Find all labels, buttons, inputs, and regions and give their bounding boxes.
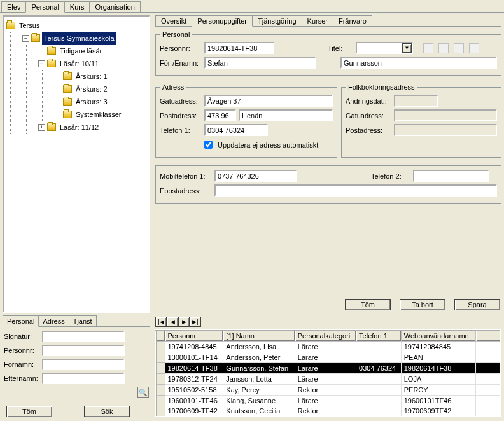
tree-expand-icon[interactable]: + xyxy=(38,124,45,131)
table-row[interactable]: 10000101-TF14Andersson, PeterLärarePEAN xyxy=(156,352,501,362)
checkbox-noautoupdate[interactable] xyxy=(204,141,213,149)
folder-icon xyxy=(47,47,56,55)
input-postort[interactable] xyxy=(239,109,333,121)
input-personnr[interactable] xyxy=(42,345,125,356)
search-panel: Signatur: Personnr: Förnamn: Efternamn: … xyxy=(3,327,150,402)
tab-personal[interactable]: Personal xyxy=(25,1,64,13)
delete-button[interactable]: Ta bort xyxy=(400,299,445,310)
table-row[interactable]: 19700609-TF42Knutsson, CeciliaRektor1970… xyxy=(156,406,501,417)
tool-icon-3[interactable] xyxy=(454,43,464,53)
personal-group: Personal Personnr: Titel: ▼ För-/Enamn: xyxy=(155,31,501,76)
tree-collapse-icon[interactable]: − xyxy=(22,35,29,42)
nav-first-icon[interactable]: |◀ xyxy=(155,317,167,327)
personal-grid[interactable]: Personnr [1] Namn Personalkategori Telef… xyxy=(155,329,501,418)
folder-icon xyxy=(63,72,72,80)
org-tree[interactable]: Tersus − Tersus Gymnasieskola Tidigare l… xyxy=(3,15,150,313)
input-fbk-gatu xyxy=(394,109,497,121)
folder-icon xyxy=(47,60,56,67)
tool-icon-4[interactable] xyxy=(469,43,479,53)
tab-kurs[interactable]: Kurs xyxy=(64,1,90,12)
left-sub-tabs: Personal Adress Tjänst xyxy=(3,315,150,327)
grid-header-tel1[interactable]: Telefon 1 xyxy=(356,330,402,342)
table-row[interactable]: 19820614-TF38Gunnarsson, StefanLärare030… xyxy=(156,362,501,373)
search-icon[interactable]: 🔍 xyxy=(137,387,149,398)
table-row[interactable]: 19741208-4845Andersson, LisaLärare197412… xyxy=(156,341,501,352)
tab-tjanstgoring[interactable]: Tjänstgöring xyxy=(252,15,302,26)
label-forenamn: För-/Enamn: xyxy=(160,59,202,67)
search-button[interactable]: Sök xyxy=(84,406,130,417)
tab-organisation[interactable]: Organisation xyxy=(89,1,140,12)
tab-franvaro[interactable]: Frånvaro xyxy=(333,15,372,26)
input-tel2[interactable] xyxy=(413,170,489,182)
input-postnr[interactable] xyxy=(204,109,236,121)
subtab-personal[interactable]: Personal xyxy=(3,315,39,327)
input-efternamn-d[interactable] xyxy=(340,57,497,69)
input-tel1[interactable] xyxy=(204,124,268,136)
input-signatur[interactable] xyxy=(42,331,125,342)
detail-clear-button[interactable]: Töm xyxy=(345,299,391,310)
tab-elev[interactable]: Elev xyxy=(1,1,26,12)
tree-node-ak1[interactable]: Årskurs: 1 xyxy=(74,70,109,83)
input-fornamn-d[interactable] xyxy=(204,57,316,69)
folder-icon xyxy=(31,34,40,42)
nav-next-icon[interactable]: ▶ xyxy=(178,317,190,327)
label-andr: Ändringsdat.: xyxy=(346,97,391,105)
input-gatu[interactable] xyxy=(204,95,333,107)
label-signatur: Signatur: xyxy=(4,333,42,340)
main-tabs: Elev Personal Kurs Organisation xyxy=(0,0,504,13)
input-epost[interactable] xyxy=(214,184,497,197)
tree-node-lasar1011[interactable]: Läsår: 10/11 xyxy=(58,57,101,70)
tree-node-sys[interactable]: Systemklasser xyxy=(74,108,123,121)
tab-kurser[interactable]: Kurser xyxy=(302,15,333,26)
adress-group: Adress Gatuadress: Postadress: Telefon 1… xyxy=(155,83,337,158)
grid-header-webbanv[interactable]: Webbanvändarnamn xyxy=(401,330,475,342)
tool-icon-2[interactable] xyxy=(438,43,449,53)
folder-icon xyxy=(6,22,15,29)
tree-root[interactable]: Tersus xyxy=(17,19,41,32)
label-mobil: Mobiltelefon 1: xyxy=(160,172,211,180)
label-gatu: Gatuadress: xyxy=(160,97,202,105)
tab-personuppgifter[interactable]: Personuppgifter xyxy=(192,15,253,27)
chevron-down-icon[interactable]: ▼ xyxy=(402,43,412,53)
table-row[interactable]: 19780312-TF24Jansson, LottaLärareLOJA xyxy=(156,373,501,384)
tree-node-school[interactable]: Tersus Gymnasieskola xyxy=(42,32,116,45)
label-noautoupdate: Uppdatera ej adress automatiskt xyxy=(218,141,318,149)
tree-collapse-icon[interactable]: − xyxy=(38,60,45,67)
grid-header-personnr[interactable]: Personnr xyxy=(165,330,223,342)
fbk-group: Folkbokföringsadress Ändringsdat.: Gatua… xyxy=(341,83,501,158)
subtab-adress[interactable]: Adress xyxy=(38,315,69,326)
grid-header-namn[interactable]: [1] Namn xyxy=(223,330,295,342)
tree-node-ak2[interactable]: Årskurs: 2 xyxy=(74,83,109,95)
folder-icon xyxy=(47,123,56,131)
adress-legend: Adress xyxy=(160,83,186,91)
tab-oversikt[interactable]: Översikt xyxy=(155,15,192,26)
table-row[interactable]: 19510502-5158Kay, PercyRektorPERCY xyxy=(156,384,501,395)
nav-last-icon[interactable]: ▶| xyxy=(190,317,201,327)
subtab-tjanst[interactable]: Tjänst xyxy=(69,315,97,326)
label-tel2: Telefon 2: xyxy=(371,172,409,180)
tree-node-lasar1112[interactable]: Läsår: 11/12 xyxy=(58,121,101,134)
clear-button[interactable]: Töm xyxy=(6,406,52,417)
input-personnr-d[interactable] xyxy=(204,42,274,54)
input-mobil[interactable] xyxy=(214,170,297,182)
input-andr xyxy=(394,95,438,107)
tree-node-tidigare[interactable]: Tidigare läsår xyxy=(58,45,104,57)
save-button[interactable]: Spara xyxy=(454,299,500,310)
label-post: Postadress: xyxy=(160,112,202,120)
folder-icon xyxy=(63,111,72,118)
nav-prev-icon[interactable]: ◀ xyxy=(167,317,178,327)
input-fornamn[interactable] xyxy=(42,359,125,370)
tool-icon-1[interactable] xyxy=(423,43,433,53)
input-efternamn[interactable] xyxy=(42,373,125,384)
tree-node-ak3[interactable]: Årskurs: 3 xyxy=(74,95,109,108)
label-fbk-post: Postadress: xyxy=(346,127,391,134)
table-row[interactable]: 19600101-TF46Klang, SusanneLärare1960010… xyxy=(156,395,501,406)
grid-nav: |◀ ◀ ▶ ▶| xyxy=(155,317,501,327)
personal-legend: Personal xyxy=(160,31,192,38)
grid-header-kategori[interactable]: Personalkategori xyxy=(295,330,356,342)
folder-icon xyxy=(63,98,72,106)
select-titel[interactable]: ▼ xyxy=(356,42,413,54)
label-personnr-d: Personnr: xyxy=(160,45,202,52)
detail-tabs: Översikt Personuppgifter Tjänstgöring Ku… xyxy=(155,15,501,27)
label-fbk-gatu: Gatuadress: xyxy=(346,112,391,120)
